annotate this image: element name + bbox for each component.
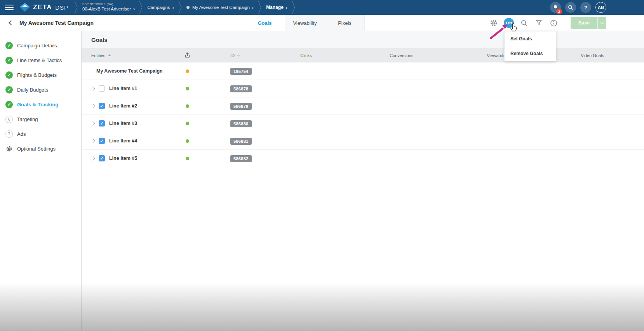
entity-name: Line Item #1 xyxy=(109,86,137,91)
top-navigation-bar: ZETA DSP DSP NETWORK (NA) 00-AlexB Test … xyxy=(0,0,644,15)
check-circle-icon xyxy=(5,57,13,64)
zeta-diamond-icon xyxy=(19,2,30,12)
sidebar-item-campaign-details[interactable]: Campaign Details xyxy=(0,38,81,53)
dot-icon xyxy=(508,22,510,24)
brand-product: DSP xyxy=(55,4,68,11)
notifications-button[interactable]: 2 xyxy=(550,2,561,13)
entity-name: Line Item #5 xyxy=(109,156,137,161)
row-checkbox[interactable] xyxy=(99,103,105,109)
entity-name: My Awesome Test Campaign xyxy=(96,68,163,74)
menu-item-set-goals[interactable]: Set Goals xyxy=(505,31,556,46)
entity-name: Line Item #2 xyxy=(109,103,137,109)
breadcrumb-advertiser[interactable]: DSP NETWORK (NA) 00-AlexB Test Advertise… xyxy=(82,2,135,13)
global-search-button[interactable] xyxy=(565,2,576,13)
chevron-right-icon: › xyxy=(286,5,287,10)
avatar-initials: AB xyxy=(598,5,604,10)
table-row-line-item-3[interactable]: Line Item #3 586880 xyxy=(82,115,644,132)
breadcrumb-separator-icon xyxy=(178,2,183,13)
help-button[interactable]: ? xyxy=(580,2,591,13)
user-avatar[interactable]: AB xyxy=(595,2,606,13)
expand-chevron-icon[interactable] xyxy=(91,156,95,160)
table-row-line-item-4[interactable]: Line Item #4 586881 xyxy=(82,132,644,150)
back-button[interactable] xyxy=(7,19,15,27)
header-action-icons xyxy=(489,15,558,31)
empty-content-area xyxy=(82,167,644,331)
table-row-line-item-1[interactable]: Line Item #1 586878 xyxy=(82,80,644,97)
info-button[interactable] xyxy=(549,18,558,28)
id-badge: 586882 xyxy=(230,155,252,162)
id-badge: 586879 xyxy=(230,103,252,110)
share-export-icon xyxy=(184,52,191,59)
chevron-right-icon: › xyxy=(252,5,254,10)
page-body: Campaign Details Line Items & Tactics Fl… xyxy=(0,31,644,331)
check-circle-icon xyxy=(5,42,13,49)
network-label: DSP NETWORK (NA) xyxy=(82,2,135,6)
notification-count-badge: 2 xyxy=(556,9,562,14)
info-icon xyxy=(550,19,558,27)
settings-gear-button[interactable] xyxy=(489,18,498,28)
breadcrumb-separator-icon xyxy=(74,2,78,13)
page-header: My Awesome Test Campaign Goals Viewabili… xyxy=(0,15,644,31)
row-checkbox[interactable] xyxy=(99,155,105,161)
status-dot-icon xyxy=(186,87,189,90)
table-row-campaign[interactable]: My Awesome Test Campaign 195754 xyxy=(82,62,644,80)
tab-viewability[interactable]: Viewability xyxy=(285,15,325,31)
menu-item-remove-goals[interactable]: Remove Goals xyxy=(505,46,556,61)
more-actions-button[interactable] xyxy=(504,18,514,28)
row-checkbox[interactable] xyxy=(99,138,105,144)
search-icon xyxy=(567,4,574,10)
table-row-line-item-5[interactable]: Line Item #5 586882 xyxy=(82,150,644,167)
campaign-status-dot-icon xyxy=(186,6,190,9)
sidebar-item-goals-tracking[interactable]: Goals & Tracking xyxy=(0,97,81,112)
id-badge: 586880 xyxy=(230,120,252,127)
table-search-button[interactable] xyxy=(519,18,529,28)
column-export[interactable] xyxy=(175,52,200,59)
table-row-line-item-2[interactable]: Line Item #2 586879 xyxy=(82,97,644,115)
chevron-right-icon: › xyxy=(172,5,174,10)
expand-chevron-icon[interactable] xyxy=(91,86,95,90)
filter-button[interactable] xyxy=(534,18,543,28)
campaign-steps-sidebar: Campaign Details Line Items & Tactics Fl… xyxy=(0,31,82,331)
row-checkbox[interactable] xyxy=(99,120,105,127)
sort-ascending-icon xyxy=(108,54,111,56)
sidebar-item-daily-budgets[interactable]: Daily Budgets xyxy=(0,82,81,97)
status-dot-icon xyxy=(186,157,189,160)
zeta-dsp-logo[interactable]: ZETA DSP xyxy=(19,2,68,12)
sidebar-item-ads[interactable]: 7 Ads xyxy=(0,127,81,141)
check-circle-icon xyxy=(5,71,13,79)
column-id[interactable]: ID xyxy=(200,53,258,58)
breadcrumb-campaign[interactable]: My Awesome Test Campaign › xyxy=(186,5,254,10)
hamburger-menu-icon[interactable] xyxy=(3,2,16,13)
step-number-icon: 6 xyxy=(5,116,13,123)
expand-chevron-icon[interactable] xyxy=(91,121,95,125)
breadcrumb-campaigns[interactable]: Campaigns › xyxy=(147,5,174,10)
expand-chevron-icon[interactable] xyxy=(91,139,95,143)
sidebar-item-flights-budgets[interactable]: Flights & Budgets xyxy=(0,68,81,82)
breadcrumb-separator-icon xyxy=(291,2,296,13)
expand-chevron-icon[interactable] xyxy=(91,104,95,108)
breadcrumb-separator-icon xyxy=(258,2,262,13)
save-button-label: Save xyxy=(571,17,597,29)
section-title: Goals xyxy=(91,36,108,43)
breadcrumb-advertiser-label: 00-AlexB Test Advertiser xyxy=(82,6,131,12)
sidebar-item-targeting[interactable]: 6 Targeting xyxy=(0,112,81,127)
sidebar-item-line-items-tactics[interactable]: Line Items & Tactics xyxy=(0,53,81,68)
save-dropdown-caret[interactable] xyxy=(597,17,606,29)
column-entities[interactable]: Entities xyxy=(91,53,175,58)
chevron-left-icon xyxy=(9,20,14,25)
tab-goals[interactable]: Goals xyxy=(245,15,285,31)
entity-name: Line Item #3 xyxy=(109,121,137,126)
save-button[interactable]: Save xyxy=(571,17,606,29)
tab-pixels[interactable]: Pixels xyxy=(325,15,365,31)
entity-name: Line Item #4 xyxy=(109,138,137,144)
header-tabs: Goals Viewability Pixels xyxy=(245,15,365,31)
breadcrumb-manage[interactable]: Manage › xyxy=(266,5,287,10)
page-title: My Awesome Test Campaign xyxy=(19,20,94,26)
breadcrumb-separator-icon xyxy=(139,2,143,13)
chevron-down-icon xyxy=(237,53,240,56)
goals-panel: Goals Entities ID Clicks xyxy=(82,31,644,331)
step-number-icon: 7 xyxy=(5,130,13,138)
sidebar-item-optional-settings[interactable]: Optional Settings xyxy=(0,141,81,156)
row-checkbox[interactable] xyxy=(99,85,105,92)
app-window: ZETA DSP DSP NETWORK (NA) 00-AlexB Test … xyxy=(0,0,644,331)
